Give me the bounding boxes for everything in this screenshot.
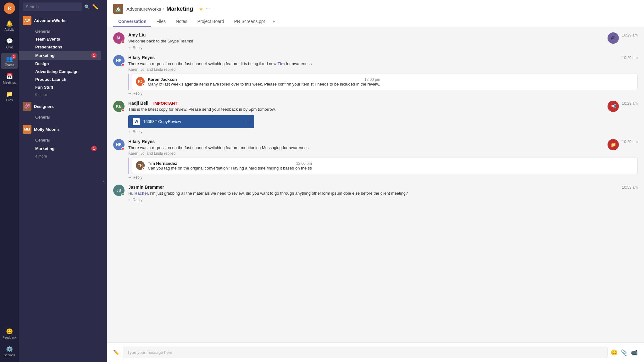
reply-jasmin[interactable]: ↩ Reply <box>128 198 638 202</box>
status-dot-hilary2 <box>121 147 125 150</box>
message-amy-liu: AL Amy Liu 10:29 am Welcome back to the … <box>113 32 638 50</box>
thread-content-tim: Tim Hernandez 12:00 pm Can you tag me on… <box>148 161 312 170</box>
avatar-hilary-1: HR <box>113 55 125 66</box>
more-channels-aw[interactable]: 6 more <box>19 91 101 98</box>
channel-design[interactable]: Design <box>19 60 101 68</box>
msg-text-jasmin: Hi, Rachel, I'm just grabbing all the ma… <box>128 190 638 197</box>
video-icon[interactable]: 📹 <box>631 349 638 356</box>
add-tab-button[interactable]: + <box>270 16 278 27</box>
nav-item-settings[interactable]: ⚙️ Settings <box>1 343 18 359</box>
more-channels-mm[interactable]: 4 more <box>19 153 101 160</box>
nav-item-chat[interactable]: 💬 Chat <box>1 35 18 52</box>
more-options-icon[interactable]: ··· <box>206 6 210 12</box>
team-designers: 🦑 Designers General <box>19 99 101 121</box>
nav-label-settings: Settings <box>4 354 15 357</box>
channel-advertising[interactable]: Advertising Campaign <box>19 68 101 75</box>
msg-text-amy: Welcome back to the Skype Teams! <box>128 38 638 44</box>
msg-time-amy: 10:29 am <box>622 33 638 37</box>
mm-marketing-badge: 1 <box>91 146 97 151</box>
team-adventureworks-avatar: AW <box>23 16 31 25</box>
msg-content-jasmin: Jasmin Brammer 10:53 am Hi, Rachel, I'm … <box>128 185 638 202</box>
status-dot-amy <box>121 41 125 44</box>
team-molly-moons-header[interactable]: MM Molly Moon's <box>19 122 101 136</box>
reply-hilary1[interactable]: ↩ Reply <box>128 91 638 96</box>
nav-item-feedback[interactable]: 😊 Feedback <box>1 326 18 342</box>
main-header: 🏔️ AdventureWorks › Marketing ★ ··· Conv… <box>107 0 644 27</box>
team-adventureworks-header[interactable]: AW AdventureWorks <box>19 14 101 27</box>
msg-header-jasmin: Jasmin Brammer 10:53 am <box>128 185 638 190</box>
sidebar-collapse-button[interactable]: ‹ <box>101 0 107 362</box>
msg-text-hilary2: There was a regression on the fast chann… <box>128 145 638 151</box>
reply-kadji[interactable]: ↩ Reply <box>128 130 638 134</box>
reply-icon3: ↩ <box>128 130 131 134</box>
header-actions: ★ ··· <box>199 6 210 12</box>
reply-icon2: ↩ <box>128 91 131 96</box>
thread-header-tim: Tim Hernandez 12:00 pm <box>148 161 312 166</box>
channel-product-launch[interactable]: Product Launch <box>19 75 101 83</box>
msg-time-kadji: 10:29 am <box>622 101 638 106</box>
replied-text-1: Karen, Jo, and Linda replied <box>128 67 638 72</box>
tab-notes[interactable]: Notes <box>171 16 192 27</box>
channel-general-designers[interactable]: General <box>19 113 101 121</box>
attachment-name: 160532-CopyReview <box>143 119 243 124</box>
team-adventureworks: AW AdventureWorks General Team Events Pr… <box>19 14 101 98</box>
channel-presentations[interactable]: Presentations <box>19 43 101 51</box>
favorite-icon[interactable]: ★ <box>199 6 203 12</box>
reply-icon4: ↩ <box>128 175 131 180</box>
msg-sender-amy: Amy Liu <box>128 32 146 37</box>
nav-item-teams[interactable]: 👥 Teams 2 <box>1 53 18 69</box>
sidebar: 🔍 ✏️ AW AdventureWorks General Team Even… <box>19 0 101 362</box>
reply-label5: Reply <box>133 198 142 202</box>
tab-project-board[interactable]: Project Board <box>192 16 229 27</box>
messages-area: AL Amy Liu 10:29 am Welcome back to the … <box>107 27 644 343</box>
msg-text-kadji: This is the latest copy for review. Plea… <box>128 106 638 113</box>
team-adventureworks-name: AdventureWorks <box>34 18 67 23</box>
main-content: 🏔️ AdventureWorks › Marketing ★ ··· Conv… <box>107 0 644 362</box>
channel-marketing-aw[interactable]: Marketing 1 <box>19 51 101 60</box>
channel-fun-stuff[interactable]: Fun Stuff <box>19 83 101 91</box>
format-icon[interactable]: ✏️ <box>113 349 119 355</box>
nav-item-activity[interactable]: 🔔 Activity <box>1 18 18 34</box>
reply-label: Reply <box>133 46 142 50</box>
attach-icon[interactable]: 📎 <box>621 349 628 356</box>
msg-content-hilary2: Hilary Reyes 10:29 am There was a regres… <box>128 139 638 180</box>
nav-item-meetings[interactable]: 📅 Meetings <box>1 70 18 87</box>
reaction-avatar-hilary2: 📁 <box>608 139 619 150</box>
nav-label-meetings: Meetings <box>3 81 16 84</box>
search-bar: 🔍 ✏️ <box>19 0 101 14</box>
channel-general-aw[interactable]: General <box>19 27 101 35</box>
chevron-left-icon: ‹ <box>103 179 104 183</box>
thread-avatar-tim: TH <box>136 161 145 170</box>
msg-sender-jasmin: Jasmin Brammer <box>128 185 164 190</box>
message-input[interactable]: Type your message here <box>123 347 608 358</box>
nav-item-files[interactable]: 📁 Files <box>1 88 18 104</box>
reply-hilary2[interactable]: ↩ Reply <box>128 175 638 180</box>
channel-team-events[interactable]: Team Events <box>19 35 101 43</box>
avatar-kadji: KB <box>113 101 125 112</box>
channel-general-mm[interactable]: General <box>19 136 101 144</box>
tab-files[interactable]: Files <box>151 16 171 27</box>
compose-icon[interactable]: ✏️ <box>92 4 98 10</box>
tab-conversation[interactable]: Conversation <box>113 16 151 27</box>
attachment-more-icon[interactable]: ··· <box>246 119 250 124</box>
main-tabs: Conversation Files Notes Project Board P… <box>113 16 638 27</box>
thread-block-2: TH Tim Hernandez 12:00 pm Can you tag me… <box>128 158 638 174</box>
word-attachment[interactable]: W 160532-CopyReview ··· <box>128 115 254 128</box>
avatar-amy-liu: AL <box>113 32 125 44</box>
important-label: IMPORTANT! <box>153 101 179 106</box>
search-icon: 🔍 <box>84 4 90 9</box>
user-avatar[interactable]: R <box>4 3 15 14</box>
sidebar-teams-list: AW AdventureWorks General Team Events Pr… <box>19 14 101 362</box>
message-hilary-1: HR Hilary Reyes 10:29 am There was a reg… <box>113 55 638 96</box>
search-input[interactable] <box>23 3 82 11</box>
emoji-icon[interactable]: 😊 <box>611 349 618 356</box>
reaction-avatar-kadji: 📢 <box>608 101 619 112</box>
team-designers-header[interactable]: 🦑 Designers <box>19 99 101 113</box>
channel-marketing-mm[interactable]: Marketing 1 <box>19 144 101 153</box>
msg-time-hilary1: 10:29 am <box>622 56 638 60</box>
nav-rail: R 🔔 Activity 💬 Chat 👥 Teams 2 📅 Meetings… <box>0 0 19 362</box>
reply-amy[interactable]: ↩ Reply <box>128 46 638 50</box>
tab-pr-screens[interactable]: PR Screens.ppt <box>229 16 270 27</box>
reply-label2: Reply <box>133 91 142 96</box>
files-icon: 📁 <box>6 91 13 97</box>
